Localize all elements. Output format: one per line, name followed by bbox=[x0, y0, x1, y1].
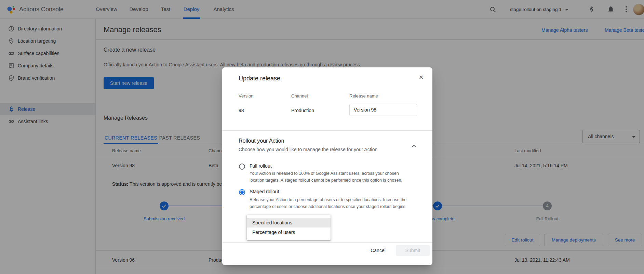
staged-rollout-label: Staged rollout bbox=[250, 189, 279, 194]
version-value: 98 bbox=[239, 108, 244, 113]
menu-item-specified-locations[interactable]: Specified locations bbox=[247, 218, 331, 227]
full-rollout-description: Your Action is released to 100% of Googl… bbox=[250, 170, 410, 184]
submit-button[interactable]: Submit bbox=[396, 245, 430, 256]
channel-value: Production bbox=[291, 108, 314, 113]
full-rollout-label: Full rollout bbox=[250, 163, 272, 169]
menu-item-percentage-of-users[interactable]: Percentage of users bbox=[247, 227, 331, 237]
actions-console-app: Actions Console Overview Develop Test De… bbox=[0, 0, 644, 274]
full-rollout-radio[interactable] bbox=[239, 164, 245, 170]
staged-rollout-description: Release your Action to a percentage of u… bbox=[250, 196, 410, 210]
chevron-up-icon[interactable] bbox=[410, 142, 418, 150]
rollout-section-subtitle: Choose how you would like to manage the … bbox=[239, 147, 377, 152]
update-release-dialog: Update release ✕ Version Channel Release… bbox=[222, 67, 432, 265]
release-name-label: Release name bbox=[349, 93, 378, 99]
channel-label: Channel bbox=[291, 93, 308, 99]
release-name-input[interactable] bbox=[349, 104, 417, 116]
staged-rollout-type-menu: Specified locations Percentage of users bbox=[247, 215, 331, 240]
dialog-section-divider bbox=[222, 130, 432, 131]
dialog-footer-divider bbox=[222, 242, 432, 243]
cancel-button[interactable]: Cancel bbox=[366, 245, 390, 256]
dialog-title: Update release bbox=[239, 75, 280, 82]
version-label: Version bbox=[239, 93, 253, 99]
staged-rollout-radio[interactable] bbox=[239, 189, 245, 195]
close-icon[interactable]: ✕ bbox=[417, 74, 425, 82]
rollout-section-title: Rollout your Action bbox=[239, 138, 284, 144]
